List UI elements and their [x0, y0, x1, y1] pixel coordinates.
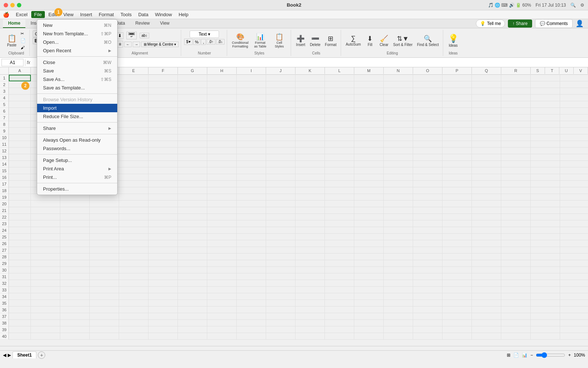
- grid-cell[interactable]: [501, 260, 531, 267]
- menu-item-passwords[interactable]: Passwords...: [37, 144, 117, 153]
- user-avatar[interactable]: 👤: [576, 20, 584, 28]
- grid-cell[interactable]: [472, 234, 501, 240]
- grid-cell[interactable]: [413, 267, 442, 273]
- grid-cell[interactable]: [560, 154, 588, 161]
- grid-cell[interactable]: [237, 254, 266, 260]
- grid-cell[interactable]: [325, 247, 354, 254]
- grid-cell[interactable]: [9, 220, 31, 227]
- grid-cell[interactable]: [237, 273, 266, 280]
- grid-cell[interactable]: [472, 81, 501, 88]
- grid-cell[interactable]: [531, 141, 560, 148]
- data-menu[interactable]: Data: [135, 11, 151, 18]
- grid-cell[interactable]: [90, 300, 119, 307]
- grid-cell[interactable]: [119, 161, 148, 167]
- grid-cell[interactable]: [119, 293, 148, 300]
- grid-cell[interactable]: [266, 161, 295, 167]
- menu-item-save-as[interactable]: Save As...⇧⌘S: [37, 75, 117, 84]
- grid-cell[interactable]: [60, 333, 90, 340]
- grid-cell[interactable]: [207, 333, 237, 340]
- grid-cell[interactable]: [207, 326, 237, 333]
- grid-cell[interactable]: [148, 108, 178, 114]
- grid-cell[interactable]: [325, 148, 354, 154]
- grid-cell[interactable]: [207, 187, 237, 194]
- grid-cell[interactable]: [119, 207, 148, 214]
- grid-cell[interactable]: [501, 148, 531, 154]
- grid-cell[interactable]: [325, 234, 354, 240]
- grid-cell[interactable]: [237, 81, 266, 88]
- grid-cell[interactable]: [442, 161, 472, 167]
- grid-cell[interactable]: [148, 333, 178, 340]
- grid-cell[interactable]: [325, 260, 354, 267]
- grid-cell[interactable]: [413, 174, 442, 181]
- grid-cell[interactable]: [148, 247, 178, 254]
- grid-cell[interactable]: [325, 81, 354, 88]
- grid-cell[interactable]: [119, 134, 148, 141]
- grid-cell[interactable]: [531, 214, 560, 220]
- grid-cell[interactable]: [384, 148, 413, 154]
- grid-cell[interactable]: [501, 187, 531, 194]
- grid-cell[interactable]: [237, 220, 266, 227]
- grid-cell[interactable]: [295, 187, 325, 194]
- grid-cell[interactable]: [148, 320, 178, 326]
- grid-cell[interactable]: [354, 121, 384, 128]
- grid-cell[interactable]: [90, 326, 119, 333]
- grid-cell[interactable]: [531, 300, 560, 307]
- grid-cell[interactable]: [237, 280, 266, 287]
- grid-cell[interactable]: [148, 300, 178, 307]
- grid-cell[interactable]: [354, 134, 384, 141]
- grid-cell[interactable]: [178, 260, 207, 267]
- grid-cell[interactable]: [384, 174, 413, 181]
- grid-cell[interactable]: [413, 114, 442, 121]
- grid-cell[interactable]: [295, 148, 325, 154]
- grid-cell[interactable]: [325, 307, 354, 313]
- grid-cell[interactable]: [442, 181, 472, 187]
- grid-cell[interactable]: [207, 134, 237, 141]
- grid-cell[interactable]: [560, 247, 588, 254]
- grid-cell[interactable]: [442, 280, 472, 287]
- grid-cell[interactable]: [60, 326, 90, 333]
- grid-cell[interactable]: [90, 260, 119, 267]
- grid-cell[interactable]: [472, 154, 501, 161]
- grid-cell[interactable]: [295, 260, 325, 267]
- grid-cell[interactable]: [501, 75, 531, 81]
- grid-cell[interactable]: [442, 167, 472, 174]
- grid-cell[interactable]: [31, 287, 60, 293]
- grid-cell[interactable]: [90, 313, 119, 320]
- grid-cell[interactable]: [501, 174, 531, 181]
- grid-cell[interactable]: [384, 194, 413, 201]
- grid-cell[interactable]: [9, 313, 31, 320]
- grid-cell[interactable]: [560, 300, 588, 307]
- col-header-e[interactable]: E: [119, 67, 148, 74]
- grid-cell[interactable]: [472, 287, 501, 293]
- grid-cell[interactable]: [237, 75, 266, 81]
- grid-cell[interactable]: [266, 167, 295, 174]
- grid-cell[interactable]: [413, 75, 442, 81]
- menu-item-page-setup[interactable]: Page Setup...: [37, 156, 117, 164]
- grid-cell[interactable]: [148, 134, 178, 141]
- grid-cell[interactable]: [9, 287, 31, 293]
- grid-cell[interactable]: [90, 254, 119, 260]
- grid-cell[interactable]: [413, 134, 442, 141]
- grid-cell[interactable]: [325, 201, 354, 207]
- increase-indent-button[interactable]: →: [133, 42, 140, 47]
- grid-cell[interactable]: [148, 287, 178, 293]
- grid-cell[interactable]: [207, 307, 237, 313]
- grid-cell[interactable]: [178, 287, 207, 293]
- grid-cell[interactable]: [531, 293, 560, 300]
- grid-cell[interactable]: [207, 300, 237, 307]
- grid-cell[interactable]: [501, 293, 531, 300]
- grid-cell[interactable]: [354, 154, 384, 161]
- grid-cell[interactable]: [531, 154, 560, 161]
- grid-cell[interactable]: [148, 254, 178, 260]
- grid-cell[interactable]: [472, 75, 501, 81]
- grid-cell[interactable]: [560, 95, 588, 101]
- grid-cell[interactable]: [325, 313, 354, 320]
- grid-cell[interactable]: [90, 267, 119, 273]
- col-header-s[interactable]: S: [531, 67, 545, 74]
- format-as-table-button[interactable]: 📊 Formatas Table: [251, 32, 269, 49]
- grid-cell[interactable]: [266, 307, 295, 313]
- grid-cell[interactable]: [442, 148, 472, 154]
- view-menu[interactable]: View: [60, 11, 76, 18]
- grid-cell[interactable]: [266, 201, 295, 207]
- grid-cell[interactable]: [237, 141, 266, 148]
